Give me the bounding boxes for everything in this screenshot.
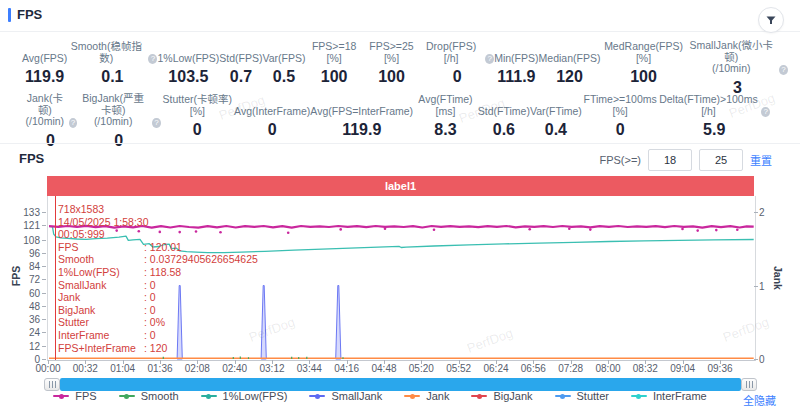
stat-avg-ftime-ms-: Avg(FTime) [ms]8.3 (413, 93, 478, 139)
stat-label: Avg(FPS=InterFrame) (310, 93, 413, 117)
info-icon[interactable]: ? (761, 107, 770, 117)
stat-label: FTime>=100ms [%] (582, 93, 659, 117)
stat-delta-ftime-100ms-h-: Delta(FTime)>100ms [/h]?5.9 (658, 93, 770, 139)
legend-marker-icon (201, 393, 217, 400)
tooltip-row: Jank: 0 (58, 291, 258, 304)
stat-value: 119.9 (25, 68, 64, 86)
y-axis-tick-mark (42, 293, 46, 294)
series-FPS-dip-dots (589, 228, 592, 231)
y-axis-tick-label: 133 (8, 207, 40, 218)
y-axis-title-jank: Jank (772, 266, 784, 290)
y-axis-tick-mark (42, 346, 46, 347)
legend-item-smalljank[interactable]: SmallJank (309, 390, 382, 402)
stat-label: Drop(FPS) [/h]? (420, 40, 494, 64)
jank-axis-tick-label: 1 (759, 281, 773, 292)
x-axis-tick-mark (123, 360, 124, 364)
x-axis-tick-label: 02:40 (217, 363, 253, 374)
tooltip-row: InterFrame: 0 (58, 329, 258, 342)
x-axis-tick-label: 04:48 (366, 363, 402, 374)
legend-item-bigjank[interactable]: BigJank (471, 390, 532, 402)
fps-threshold-input-2[interactable] (699, 149, 743, 171)
stat-label: Var(FTime) (530, 93, 582, 117)
stat-value: 0 (453, 68, 462, 86)
legend-label: 1%Low(FPS) (223, 390, 288, 402)
series-FPS-dip-dots (528, 228, 531, 231)
x-axis-tick-label: 08:32 (627, 363, 663, 374)
stat-std-ftime-: Std(FTime)0.6 (478, 93, 530, 139)
stat-ftime-100ms-%-: FTime>=100ms [%]0 (582, 93, 659, 139)
x-axis-tick-mark (309, 360, 310, 364)
stat-min-fps-: Min(FPS)111.9 (494, 40, 538, 86)
stat-label: FPS>=18 [%] (305, 40, 362, 64)
legend-label: SmallJank (331, 390, 382, 402)
stat-label: FPS>=25 [%] (363, 40, 420, 64)
panel-header: FPS (0, 0, 800, 32)
grip-icon (49, 381, 56, 388)
stat-label: MedRange(FPS)[%] (600, 40, 686, 64)
stats-row-1: Avg(FPS)119.9Smooth(稳帧指数)?0.11%Low(FPS)1… (0, 40, 800, 97)
x-axis-tick-label: 03:44 (291, 363, 327, 374)
stat-stutter-%-: Stutter(卡顿率) [%]0 (161, 93, 235, 139)
info-icon[interactable]: ? (148, 54, 157, 64)
y-axis-tick-mark (42, 279, 46, 280)
tooltip-header-line: 00:05:999 (58, 228, 258, 241)
jank-axis-tick-mark (754, 286, 758, 287)
fps-threshold-input-1[interactable] (648, 149, 692, 171)
x-axis-tick-mark (347, 360, 348, 364)
stat-fps-25-%-: FPS>=25 [%]100 (363, 40, 420, 86)
x-axis-tick-label: 00:00 (30, 363, 66, 374)
legend-label: Smooth (141, 390, 179, 402)
stat-label: BigJank(严重卡顿) (/10min)? (77, 93, 160, 128)
collapse-button[interactable] (758, 7, 784, 33)
series-FPS-dip-dots (339, 228, 342, 231)
info-icon[interactable]: ? (69, 118, 77, 128)
series-FPS-dip-dots (696, 229, 699, 232)
stat-label: SmallJank(微小卡顿) (/10min)? (687, 40, 788, 75)
stat-drop-fps-h-: Drop(FPS) [/h]?0 (420, 40, 494, 86)
stat-smooth-: Smooth(稳帧指数)?0.1 (67, 40, 157, 86)
series-SmallJank-spike (336, 286, 341, 360)
legend-label: Stutter (577, 390, 609, 402)
y-axis-tick-mark (42, 225, 46, 226)
x-axis-tick-label: 05:20 (403, 363, 439, 374)
jank-axis-tick-label: 0 (759, 354, 773, 365)
y-axis-tick-label: 108 (8, 235, 40, 246)
legend-item-jank[interactable]: Jank (404, 390, 449, 402)
tooltip-row: FPS+InterFrame: 120 (58, 342, 258, 355)
legend-marker-icon (53, 393, 69, 400)
stat-value: 0 (114, 132, 123, 150)
legend-item-1%low-fps-[interactable]: 1%Low(FPS) (201, 390, 288, 402)
legend-item-smooth[interactable]: Smooth (119, 390, 179, 402)
stat-value: 0.1 (101, 68, 123, 86)
stat-value: 119.9 (342, 121, 381, 139)
x-axis-tick-mark (85, 360, 86, 364)
hide-all-link[interactable]: 全隐藏 (743, 392, 776, 406)
chart-section-title: FPS (19, 151, 44, 166)
y-axis-title-fps: FPS (10, 266, 22, 286)
reset-link[interactable]: 重置 (750, 152, 772, 168)
info-icon[interactable]: ? (779, 65, 788, 75)
stat-value: 103.5 (168, 68, 208, 86)
y-axis-tick-label: 24 (8, 327, 40, 338)
info-icon[interactable]: ? (485, 54, 494, 64)
x-axis-tick-label: 06:56 (515, 363, 551, 374)
stat-value: 100 (321, 68, 348, 86)
legend-item-interframe[interactable]: InterFrame (631, 390, 707, 402)
stat-label: Jank(卡顿) (/10min)? (24, 93, 77, 128)
legend-marker-icon (631, 393, 647, 400)
legend-item-fps[interactable]: FPS (53, 390, 96, 402)
info-icon[interactable]: ? (152, 118, 160, 128)
y-axis-tick-label: 36 (8, 314, 40, 325)
stat-label: Avg(FTime) [ms] (413, 93, 478, 117)
stat-value: 0.4 (545, 121, 567, 139)
legend-item-stutter[interactable]: Stutter (555, 390, 609, 402)
tooltip-row: 1%Low(FPS): 118.58 (58, 266, 258, 279)
y-axis-tick-mark (42, 359, 46, 360)
stat-value: 120 (556, 68, 583, 86)
x-axis-tick-label: 02:08 (179, 363, 215, 374)
x-axis-tick-mark (197, 360, 198, 364)
stat-value: 0 (193, 121, 202, 139)
stat-medrange-fps-%-: MedRange(FPS)[%]100 (600, 40, 686, 86)
series-FPS-dip-dots (433, 229, 436, 232)
tooltip-row: FPS: 120.01 (58, 241, 258, 254)
